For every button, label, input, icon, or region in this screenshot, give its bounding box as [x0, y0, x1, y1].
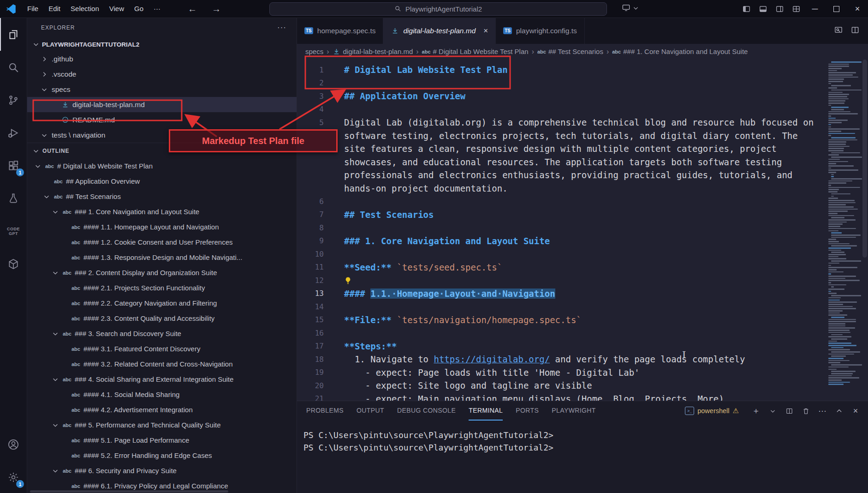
terminal-shell-chip[interactable]: >_ powershell ⚠ [685, 407, 739, 415]
maximize-button[interactable] [826, 0, 847, 18]
tree-item-tests-navigation[interactable]: tests \ navigation [27, 127, 297, 143]
code-line[interactable]: 13#### 1.1.·Homepage·Layout·and·Navigati… [297, 287, 868, 300]
breadcrumb-item-1-core-navigation-and-layout-s[interactable]: abc### 1. Core Navigation and Layout Sui… [612, 48, 748, 55]
panel-tab-playwright[interactable]: PLAYWRIGHT [552, 401, 596, 421]
code-line[interactable]: 18 1. Navigate to https://digitalab.org/… [297, 353, 868, 366]
terminal-output[interactable]: PS C:\Users\pintu\source\PlaywrightAgent… [297, 421, 868, 454]
code-line[interactable]: 21 - expect: Main navigation menu displa… [297, 392, 868, 401]
close-panel-icon[interactable]: × [849, 404, 862, 418]
code-line[interactable]: 3## Application Overview [297, 90, 868, 103]
panel-tab-debug-console[interactable]: DEBUG CONSOLE [397, 401, 456, 421]
panel-more-icon[interactable]: ··· [815, 404, 829, 418]
outline-item-digital-lab-website-test-plan[interactable]: abc# Digital Lab Website Test Plan [27, 158, 297, 174]
outline-item-5-2-error-handling-and-edge-cases[interactable]: abc#### 5.2. Error Handling and Edge Cas… [27, 448, 297, 463]
code-line[interactable]: 1# Digital Lab Website Test Plan [297, 63, 868, 77]
code-line[interactable]: 20 - expect: Site logo and tagline are v… [297, 379, 868, 392]
back-button[interactable]: ← [188, 4, 197, 14]
code-line[interactable]: 10 [297, 247, 868, 261]
split-editor-icon[interactable] [850, 25, 860, 36]
kill-terminal-icon[interactable] [799, 404, 813, 418]
outline-item-5-1-page-load-performance[interactable]: abc#### 5.1. Page Load Performance [27, 433, 297, 448]
menu-edit[interactable]: Edit [43, 2, 65, 15]
code-line[interactable]: 4 [297, 102, 868, 116]
outline-item-2-3-content-quality-and-accessibility[interactable]: abc#### 2.3. Content Quality and Accessi… [27, 311, 297, 326]
activity-codegpt-icon[interactable]: CODEGPT [0, 215, 27, 247]
activity-account-icon[interactable] [0, 428, 27, 461]
code-line[interactable]: 19 - expect: Page loads with title 'Home… [297, 366, 868, 379]
outline-item-4-1-social-media-sharing[interactable]: abc#### 4.1. Social Media Sharing [27, 387, 297, 402]
code-line[interactable]: 17**Steps:** [297, 339, 868, 353]
menu-selection[interactable]: Selection [65, 2, 104, 15]
code-line[interactable]: 8 [297, 221, 868, 234]
forward-button[interactable]: → [212, 4, 221, 14]
activity-source-control-icon[interactable] [0, 84, 27, 116]
new-terminal-button[interactable]: ＋ [749, 404, 763, 418]
tree-item-github[interactable]: .github [27, 51, 297, 66]
outline-item-3-search-and-discovery-suite[interactable]: abc### 3. Search and Discovery Suite [27, 326, 297, 341]
terminal-profile-dropdown-icon[interactable] [766, 404, 779, 418]
menu-more[interactable]: ··· [149, 2, 166, 15]
code-line[interactable]: showcases, and educational resources. Th… [297, 155, 868, 168]
open-preview-icon[interactable] [834, 25, 843, 36]
code-line[interactable]: 9### 1. Core Navigation and Layout Suite [297, 234, 868, 247]
toggle-sidebar-left-icon[interactable] [738, 5, 755, 13]
code-line[interactable]: 6 [297, 195, 868, 208]
activity-explorer-icon[interactable] [0, 18, 27, 51]
minimap[interactable] [826, 60, 862, 401]
outline-item-1-2-cookie-consent-and-user-preferences[interactable]: abc#### 1.2. Cookie Consent and User Pre… [27, 234, 297, 250]
tab-homepage-spec-ts[interactable]: TShomepage.spec.ts [297, 18, 383, 44]
explorer-more-icon[interactable]: ··· [277, 23, 286, 32]
code-line[interactable]: 5Digital Lab (digitalab.org) is a compre… [297, 116, 868, 129]
command-center-search[interactable]: PlaywrightAgentTutorial2 [269, 2, 607, 16]
editor-scrollbar[interactable] [862, 60, 868, 401]
code-line[interactable]: 2 [297, 76, 868, 90]
project-root[interactable]: PLAYWRIGHTAGENTTUTORIAL2 [27, 37, 297, 51]
outline-item-1-core-navigation-and-layout-suite[interactable]: abc### 1. Core Navigation and Layout Sui… [27, 204, 297, 219]
activity-testing-icon[interactable] [0, 182, 27, 215]
code-line[interactable]: site features a clean, responsive design… [297, 142, 868, 156]
activity-containers-icon[interactable] [0, 247, 27, 280]
code-line[interactable]: software testing, electronics projects, … [297, 129, 868, 142]
outline-item-2-content-display-and-organization-suite[interactable]: abc### 2. Content Display and Organizati… [27, 265, 297, 280]
tree-item-vscode[interactable]: .vscode [27, 66, 297, 82]
breadcrumb-item-digital-lab-test-plan-md[interactable]: digital-lab-test-plan.md [333, 48, 413, 55]
outline-item-2-2-category-navigation-and-filtering[interactable]: abc#### 2.2. Category Navigation and Fil… [27, 295, 297, 311]
close-tab-icon[interactable]: × [483, 26, 488, 36]
close-button[interactable]: × [847, 0, 868, 18]
menu-file[interactable]: File [22, 2, 43, 15]
outline-item-application-overview[interactable]: abc## Application Overview [27, 174, 297, 189]
activity-run-debug-icon[interactable] [0, 116, 27, 149]
outline-item-test-scenarios[interactable]: abc## Test Scenarios [27, 189, 297, 204]
split-terminal-icon[interactable] [782, 404, 796, 418]
lightbulb-icon[interactable] [344, 277, 352, 284]
code-line[interactable]: professionals and electronics enthusiast… [297, 168, 868, 182]
outline-item-3-2-related-content-and-cross-navigation[interactable]: abc#### 3.2. Related Content and Cross-N… [27, 356, 297, 372]
code-line[interactable]: hands-on project documentation. [297, 181, 868, 195]
link-text[interactable]: https://digitalab.org/ [434, 354, 550, 364]
activity-settings-icon[interactable]: 1 [0, 461, 27, 493]
code-line[interactable]: 7## Test Scenarios [297, 208, 868, 221]
sidebar-horizontal-scrollbar[interactable] [30, 490, 228, 493]
tree-item-readme-md[interactable]: README.md [27, 112, 297, 127]
outline-item-3-1-featured-content-discovery[interactable]: abc#### 3.1. Featured Content Discovery [27, 341, 297, 356]
tree-item-digital-lab-test-plan-md[interactable]: digital-lab-test-plan.md [27, 97, 297, 112]
tab-playwright-config-ts[interactable]: TSplaywright.config.ts [496, 18, 585, 44]
activity-extensions-icon[interactable]: 1 [0, 149, 27, 182]
panel-tab-terminal[interactable]: TERMINAL [469, 401, 503, 421]
panel-tab-ports[interactable]: PORTS [516, 401, 539, 421]
customize-layout-icon[interactable] [788, 5, 804, 13]
outline-section-header[interactable]: OUTLINE [27, 143, 297, 158]
outline-item-2-1-projects-section-functionality[interactable]: abc#### 2.1. Projects Section Functional… [27, 280, 297, 295]
outline-item-4-social-sharing-and-external-integratio[interactable]: abc### 4. Social Sharing and External In… [27, 372, 297, 387]
menu-view[interactable]: View [104, 2, 129, 15]
panel-tab-output[interactable]: OUTPUT [357, 401, 384, 421]
toggle-panel-icon[interactable] [755, 5, 771, 13]
code-line[interactable]: 14 [297, 300, 868, 313]
code-line[interactable]: 12 [297, 274, 868, 287]
copilot-menu[interactable] [622, 3, 639, 14]
tree-item-specs[interactable]: specs [27, 82, 297, 97]
code-line[interactable]: 16 [297, 326, 868, 340]
code-line[interactable]: 11**Seed:** `tests/seed.spec.ts` [297, 260, 868, 274]
breadcrumb-item-specs[interactable]: specs [305, 48, 323, 55]
outline-item-5-performance-and-technical-quality-suit[interactable]: abc### 5. Performance and Technical Qual… [27, 417, 297, 433]
